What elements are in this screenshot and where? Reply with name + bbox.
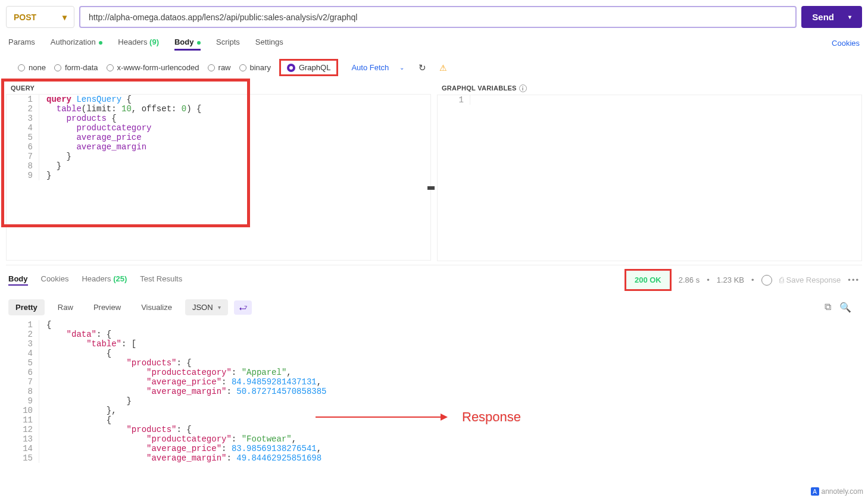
request-bar: POST ▾ Send ▾ [6,6,862,28]
tab-body[interactable]: Body [174,35,201,51]
tab-authorization[interactable]: Authorization [51,35,103,51]
http-method-select[interactable]: POST ▾ [6,6,74,28]
tab-headers[interactable]: Headers (9) [118,35,159,51]
view-raw[interactable]: Raw [51,299,80,315]
annotation-label: Response [462,409,521,425]
send-label: Send [812,12,834,22]
radio-urlencoded[interactable]: x-www-form-urlencoded [107,63,199,72]
resp-tab-headers[interactable]: Headers (25) [82,274,127,286]
response-size: 1.23 KB [717,275,744,284]
radio-binary[interactable]: binary [239,63,271,72]
view-visualize[interactable]: Visualize [134,299,179,315]
resp-tab-body[interactable]: Body [8,274,28,286]
response-time: 2.86 s [679,275,700,284]
wrap-lines-icon[interactable]: ⮐ [234,300,252,315]
radio-graphql-highlighted: GraphQL [279,59,338,76]
query-editor[interactable]: 1query LensQuery {2 table(limit: 10, off… [6,94,431,261]
variables-editor[interactable]: 1 [437,95,862,261]
radio-form-data[interactable]: form-data [54,63,98,72]
response-header-row: Body Cookies Headers (25) Test Results 2… [6,265,862,295]
refresh-icon[interactable]: ↻ [419,62,426,73]
dot-icon [197,41,201,45]
save-response-button[interactable]: ⎙Save Response [779,275,841,284]
warning-icon[interactable]: ⚠ [439,63,447,73]
resp-tab-test-results[interactable]: Test Results [140,274,182,286]
dot-icon [99,41,102,45]
send-button[interactable]: Send ▾ [801,6,862,28]
chevron-down-icon: ▾ [63,12,67,22]
pane-resize-handle[interactable] [427,186,435,188]
tab-params[interactable]: Params [8,35,35,51]
url-input[interactable] [79,6,797,28]
auto-fetch-link[interactable]: Auto Fetch [351,63,389,72]
tab-scripts[interactable]: Scripts [216,35,240,51]
format-select[interactable]: JSON▾ [185,299,228,315]
info-icon[interactable]: i [519,84,527,92]
query-pane: QUERY 1query LensQuery {2 table(limit: 1… [6,82,431,261]
resp-tab-cookies[interactable]: Cookies [41,274,69,286]
tab-settings[interactable]: Settings [255,35,283,51]
chevron-down-icon[interactable]: ▾ [848,14,851,20]
response-view-row: Pretty Raw Preview Visualize JSON▾ ⮐ ⧉ 🔍 [6,295,862,320]
body-type-row: none form-data x-www-form-urlencoded raw… [6,59,862,76]
copy-icon[interactable]: ⧉ [825,302,831,313]
chevron-down-icon[interactable]: ⌄ [399,64,404,71]
globe-icon[interactable] [761,275,772,286]
variables-header: GRAPHQL VARIABLESi [437,82,862,95]
more-icon[interactable]: ••• [848,275,860,284]
variables-pane: GRAPHQL VARIABLESi 1 [437,82,862,261]
radio-none[interactable]: none [18,63,46,72]
radio-checked-icon[interactable] [287,64,295,72]
annotely-logo-icon: A [811,487,819,496]
status-badge: 200 OK [625,269,672,291]
annotation-arrow: Response [316,409,521,425]
view-preview[interactable]: Preview [86,299,128,315]
query-header: QUERY [6,82,431,94]
request-tabs-row: Params Authorization Headers (9) Body Sc… [6,35,862,51]
graphql-label: GraphQL [299,63,330,72]
view-pretty[interactable]: Pretty [8,299,45,315]
http-method-value: POST [14,12,36,22]
search-icon[interactable]: 🔍 [839,302,851,313]
watermark: A annotely.com [811,487,863,496]
response-body[interactable]: 1{2 "data": {3 "table": [4 {5 "products"… [6,320,862,463]
radio-raw[interactable]: raw [208,63,231,72]
cookies-link[interactable]: Cookies [832,39,860,48]
